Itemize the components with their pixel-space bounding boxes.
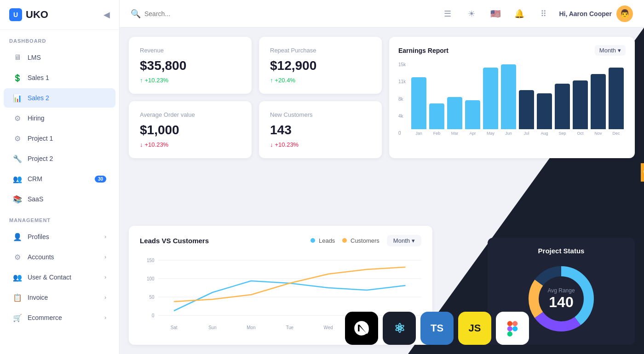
- typescript-icon: TS: [420, 312, 454, 345]
- sidebar-item-label: Accounts: [28, 253, 54, 261]
- y-label-0: 0: [398, 131, 406, 136]
- bar: [555, 84, 570, 129]
- revenue-card: Revenue $35,800 ↑ +10.23%: [129, 37, 252, 94]
- sidebar-item-lms[interactable]: 🖥 LMS: [4, 48, 115, 67]
- earnings-chart: 15k 11k 8k 4k 0 JanFebMarAprMayJunJulAug…: [398, 62, 626, 136]
- bar: [465, 100, 480, 129]
- repeat-purchase-label: Repeat Purchase: [270, 47, 371, 54]
- svg-rect-22: [507, 326, 512, 331]
- earnings-title: Earnings Report: [398, 47, 448, 54]
- svg-text:50: 50: [150, 295, 155, 300]
- leads-dot: [310, 238, 315, 243]
- sidebar-item-label: Ecommerce: [28, 314, 62, 321]
- bar: [537, 93, 552, 129]
- figma-icon: [496, 312, 529, 345]
- profiles-chevron-icon: ›: [104, 234, 106, 240]
- sidebar-item-label: SaaS: [28, 195, 43, 203]
- sidebar-item-label: Project 2: [28, 155, 53, 162]
- bar-month-label: Jun: [505, 131, 512, 136]
- y-label-4k: 4k: [398, 114, 406, 119]
- content-area: Revenue $35,800 ↑ +10.23% Repeat Purchas…: [120, 28, 644, 354]
- sidebar-item-project2[interactable]: 🔧 Project 2: [4, 149, 115, 168]
- tech-icons-row: ⚛ TS JS: [345, 312, 529, 345]
- earnings-header: Earnings Report Month ▾: [398, 45, 626, 56]
- sidebar-item-accounts[interactable]: ⚙ Accounts ›: [4, 247, 115, 267]
- leads-month-button[interactable]: Month ▾: [387, 235, 421, 246]
- sidebar-item-label: Invoice: [28, 294, 48, 301]
- bar: [429, 103, 444, 129]
- sidebar-collapse-button[interactable]: ◀: [104, 10, 110, 20]
- repeat-purchase-value: $12,900: [270, 58, 371, 73]
- revenue-change: ↑ +10.23%: [140, 77, 241, 84]
- new-customers-value: 143: [270, 123, 371, 137]
- user-info[interactable]: Hi, Aaron Cooper 👨: [559, 6, 633, 22]
- bar: [519, 90, 534, 129]
- new-customers-change-value: +10.23%: [275, 141, 299, 148]
- notification-bell-button[interactable]: 🔔: [511, 6, 528, 22]
- invoice-icon: 📋: [13, 293, 22, 302]
- menu-icon-button[interactable]: ☰: [439, 6, 456, 22]
- app-name: UKO: [26, 9, 48, 21]
- y-label-11k: 11k: [398, 79, 406, 84]
- logo-icon: U: [9, 8, 22, 21]
- sidebar-item-ecommerce[interactable]: 🛒 Ecommerce ›: [4, 308, 115, 327]
- sidebar-item-sales1[interactable]: 💲 Sales 1: [4, 68, 115, 87]
- header-actions: ☰ ☀ 🇺🇸 🔔 ⠿ Hi, Aaron Cooper 👨: [439, 6, 633, 22]
- sidebar-item-project1[interactable]: ⚙ Project 1: [4, 129, 115, 148]
- leads-label: Leads: [319, 237, 335, 244]
- sidebar-item-profiles[interactable]: 👤 Profiles ›: [4, 227, 115, 246]
- leads-legend-item: Leads: [310, 237, 335, 244]
- sidebar-item-invoice[interactable]: 📋 Invoice ›: [4, 288, 115, 307]
- theme-toggle-button[interactable]: ☀: [463, 6, 480, 22]
- react-icon: ⚛: [383, 312, 416, 345]
- sidebar-item-label: CRM: [28, 175, 42, 183]
- sidebar-item-label: Sales 1: [28, 74, 49, 81]
- management-section-label: MANAGEMENT: [0, 209, 119, 227]
- bar-group: Sep: [555, 84, 570, 136]
- profiles-icon: 👤: [13, 232, 22, 241]
- chevron-down-icon: ▾: [412, 237, 415, 244]
- sidebar-item-sales2[interactable]: 📊 Sales 2: [4, 88, 115, 108]
- earnings-period: Month: [599, 47, 616, 54]
- project2-icon: 🔧: [13, 154, 22, 163]
- customers-label: Customers: [351, 237, 380, 244]
- sidebar-item-user-contact[interactable]: 👥 User & Contact ›: [4, 268, 115, 287]
- accounts-chevron-icon: ›: [104, 254, 106, 260]
- user-contact-icon: 👥: [13, 273, 22, 282]
- bar: [501, 64, 516, 129]
- logo: U UKO: [9, 8, 48, 21]
- sidebar-item-label: Profiles: [28, 233, 49, 240]
- svg-text:Mon: Mon: [247, 325, 255, 330]
- sidebar-item-label: Project 1: [28, 135, 53, 142]
- bar-group: Dec: [609, 68, 624, 136]
- search-input[interactable]: [144, 10, 236, 17]
- repeat-purchase-card: Repeat Purchase $12,900 ↑ +20.4%: [259, 37, 382, 94]
- project-status-donut: Avg Range 140: [524, 262, 598, 336]
- down-arrow-icon: ↓: [140, 141, 143, 148]
- sidebar-item-hiring[interactable]: ⚙ Hiring: [4, 108, 115, 128]
- metrics-grid: Revenue $35,800 ↑ +10.23% Repeat Purchas…: [129, 37, 635, 158]
- svg-rect-21: [512, 321, 518, 326]
- bar: [483, 68, 498, 129]
- bar-month-label: Nov: [594, 131, 602, 136]
- grid-apps-button[interactable]: ⠿: [535, 6, 552, 22]
- bar-month-label: Oct: [577, 131, 583, 136]
- bar-group: Nov: [591, 74, 606, 136]
- project1-icon: ⚙: [13, 134, 22, 143]
- nextjs-icon: [345, 312, 378, 345]
- layouts-tab[interactable]: Layouts: [640, 163, 644, 182]
- svg-text:Wed: Wed: [324, 325, 333, 330]
- leads-chart-header: Leads VS Customers Leads Customers M: [140, 235, 421, 246]
- avg-range-label: Avg Range: [547, 287, 575, 294]
- sidebar-item-crm[interactable]: 👥 CRM 30: [4, 169, 115, 188]
- earnings-month-selector[interactable]: Month ▾: [595, 45, 626, 56]
- search-box: 🔍: [131, 9, 432, 19]
- earnings-y-axis: 15k 11k 8k 4k 0: [398, 62, 406, 136]
- sidebar-item-saas[interactable]: 📚 SaaS: [4, 189, 115, 209]
- flag-icon-button[interactable]: 🇺🇸: [487, 6, 504, 22]
- avg-order-change-value: +10.23%: [145, 141, 169, 148]
- leads-period: Month: [393, 237, 410, 244]
- header: 🔍 ☰ ☀ 🇺🇸 🔔 ⠿ Hi, Aaron Cooper 👨: [120, 0, 644, 28]
- donut-center: Avg Range 140: [547, 287, 575, 311]
- avg-order-change: ↓ +10.23%: [140, 141, 241, 148]
